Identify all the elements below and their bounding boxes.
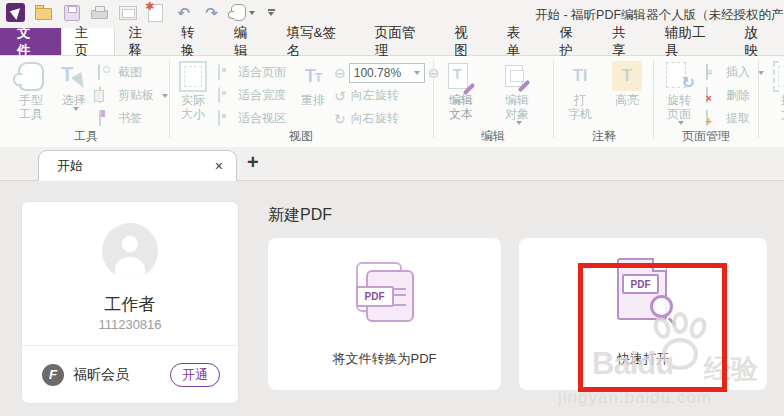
redo-icon[interactable]: ↷ bbox=[202, 3, 221, 22]
rotate-right-button[interactable]: ↻向右旋转 bbox=[334, 107, 439, 130]
ribbon: 手型 工具 T 选择 截图 剪贴板 书签 工具 实际 大小 适合页面 bbox=[0, 56, 784, 148]
new-pdf-icon[interactable]: ✱ bbox=[146, 3, 165, 22]
tab-title: 开始 bbox=[57, 157, 83, 175]
chevron-down-icon bbox=[516, 121, 522, 125]
chevron-down-icon bbox=[73, 107, 79, 111]
ribbon-group-tools: 手型 工具 T 选择 截图 剪贴板 书签 工具 bbox=[6, 56, 166, 147]
print-icon[interactable] bbox=[90, 3, 109, 22]
edit-text-button[interactable]: T 编辑 文本 bbox=[438, 59, 484, 121]
convert-card-label: 将文件转换为PDF bbox=[268, 350, 501, 368]
insert-page-icon: ≡ bbox=[706, 64, 708, 80]
customize-toolbar-icon[interactable] bbox=[265, 3, 277, 22]
quick-open-icon: PDF bbox=[617, 258, 669, 322]
rotate-pages-button[interactable]: ↻ 旋转 页面 bbox=[656, 59, 702, 125]
email-icon[interactable] bbox=[118, 3, 137, 22]
new-pdf-heading: 新建PDF bbox=[268, 205, 332, 226]
select-cursor-icon: T bbox=[61, 63, 87, 89]
convert-to-pdf-card[interactable]: PDF 将文件转换为PDF bbox=[268, 238, 501, 390]
new-tab-icon[interactable]: + bbox=[247, 151, 259, 174]
reflow-icon: TT bbox=[305, 66, 321, 87]
menu-tab-convert[interactable]: 转换 bbox=[168, 28, 221, 55]
typewriter-icon: TI bbox=[572, 66, 587, 86]
menu-tab-present[interactable]: 放映 bbox=[731, 28, 784, 55]
menu-tab-edit[interactable]: 编辑 bbox=[221, 28, 274, 55]
activate-button[interactable]: 开通 bbox=[170, 363, 220, 387]
member-label: 福昕会员 bbox=[73, 366, 129, 384]
camera-icon bbox=[98, 64, 100, 80]
menu-tab-protect[interactable]: 保护 bbox=[547, 28, 600, 55]
group-label-edit: 编辑 bbox=[436, 128, 550, 145]
edit-object-icon bbox=[503, 63, 531, 90]
user-name: 工作者 bbox=[22, 293, 238, 316]
delete-page-icon: × bbox=[706, 87, 708, 103]
rotate-pages-icon: ↻ bbox=[666, 62, 692, 90]
menu-tab-fill-sign[interactable]: 填写&签名 bbox=[273, 28, 361, 55]
save-icon[interactable] bbox=[62, 3, 81, 22]
insert-pages-button[interactable]: ≡插入 bbox=[706, 61, 764, 84]
magnifier-icon bbox=[650, 295, 673, 318]
menu-tab-pages[interactable]: 页面管理 bbox=[362, 28, 441, 55]
snapshot-button[interactable]: 截图 bbox=[98, 61, 168, 84]
undo-icon[interactable]: ↶ bbox=[174, 3, 193, 22]
edit-text-icon: T bbox=[448, 63, 474, 90]
chevron-down-icon bbox=[678, 121, 684, 125]
hand-mode-icon[interactable] bbox=[230, 3, 256, 22]
ribbon-separator bbox=[553, 60, 554, 138]
fit-width-button[interactable]: 适合宽度 bbox=[218, 84, 286, 107]
menu-tab-form[interactable]: 表单 bbox=[494, 28, 547, 55]
typewriter-button[interactable]: TI 打 字机 bbox=[560, 59, 600, 121]
ribbon-separator bbox=[758, 60, 759, 138]
chevron-down-icon bbox=[162, 94, 168, 98]
extract-pages-button[interactable]: +提取 bbox=[706, 107, 764, 130]
zoom-level-select[interactable]: 100.78% bbox=[349, 63, 425, 83]
ribbon-group-pages: ↻ 旋转 页面 ≡插入 ×删除 +提取 页面管理 bbox=[656, 56, 756, 147]
group-label-pages: 页面管理 bbox=[656, 128, 756, 145]
ribbon-group-comment: TI 打 字机 T 高亮 注释 bbox=[556, 56, 652, 147]
edit-object-button[interactable]: 编辑 对象 bbox=[492, 59, 542, 125]
fit-visible-button[interactable]: 适合视区 bbox=[218, 107, 286, 130]
extract-page-icon: + bbox=[706, 110, 708, 126]
document-tab-start[interactable]: 开始 × bbox=[38, 150, 237, 181]
group-label-view: 视图 bbox=[172, 128, 430, 145]
fit-visible-icon bbox=[218, 110, 220, 126]
menu-tab-accessibility[interactable]: 辅助工具 bbox=[652, 28, 731, 55]
bookmark-icon bbox=[99, 110, 101, 126]
foxit-member-icon: F bbox=[42, 364, 64, 386]
menu-tab-comment[interactable]: 注释 bbox=[115, 28, 168, 55]
document-tab-bar: 开始 × + bbox=[0, 147, 784, 181]
menu-tab-view[interactable]: 视图 bbox=[441, 28, 494, 55]
rotate-right-icon: ↻ bbox=[334, 112, 346, 126]
clipboard-button[interactable]: 剪贴板 bbox=[98, 84, 168, 107]
fit-page-icon bbox=[218, 64, 220, 80]
menu-tab-file[interactable]: 文件 bbox=[0, 28, 61, 55]
quick-open-card[interactable]: PDF 快速打开 bbox=[519, 238, 767, 390]
start-page: 工作者 111230816 F 福昕会员 开通 新建PDF PDF 将文件转换为… bbox=[0, 181, 784, 416]
clipped-icon bbox=[773, 61, 784, 92]
hand-icon bbox=[18, 62, 44, 91]
rotate-left-button[interactable]: ↺向左旋转 bbox=[334, 84, 439, 107]
foxit-logo-icon[interactable] bbox=[6, 3, 25, 22]
user-id: 111230816 bbox=[22, 317, 238, 332]
actual-size-button[interactable]: 实际 大小 bbox=[172, 59, 214, 121]
ribbon-separator bbox=[653, 60, 654, 138]
group-label-tools: 工具 bbox=[6, 128, 166, 145]
zoom-out-icon[interactable]: ⊖ bbox=[334, 66, 346, 80]
quick-access-toolbar: ✱ ↶ ↷ bbox=[6, 3, 277, 22]
menu-tab-share[interactable]: 共享 bbox=[599, 28, 652, 55]
delete-pages-button[interactable]: ×删除 bbox=[706, 84, 764, 107]
fit-page-button[interactable]: 适合页面 bbox=[218, 61, 286, 84]
select-tool-button[interactable]: T 选择 bbox=[54, 59, 94, 111]
highlight-button[interactable]: T 高亮 bbox=[606, 59, 648, 107]
hand-tool-button[interactable]: 手型 工具 bbox=[8, 59, 54, 121]
reflow-button[interactable]: TT 重排 bbox=[294, 59, 332, 107]
user-card: 工作者 111230816 F 福昕会员 开通 bbox=[22, 202, 238, 403]
clipped-ribbon-button[interactable]: 提 文 bbox=[764, 59, 784, 121]
bookmark-button[interactable]: 书签 bbox=[98, 107, 168, 130]
convert-pdf-icon: PDF bbox=[354, 260, 416, 322]
fit-width-icon bbox=[218, 87, 220, 103]
quick-open-label: 快速打开 bbox=[519, 350, 767, 368]
close-tab-icon[interactable]: × bbox=[215, 158, 223, 174]
menu-tab-home[interactable]: 主页 bbox=[61, 28, 116, 55]
chevron-down-icon bbox=[414, 71, 420, 75]
open-file-icon[interactable] bbox=[34, 3, 53, 22]
